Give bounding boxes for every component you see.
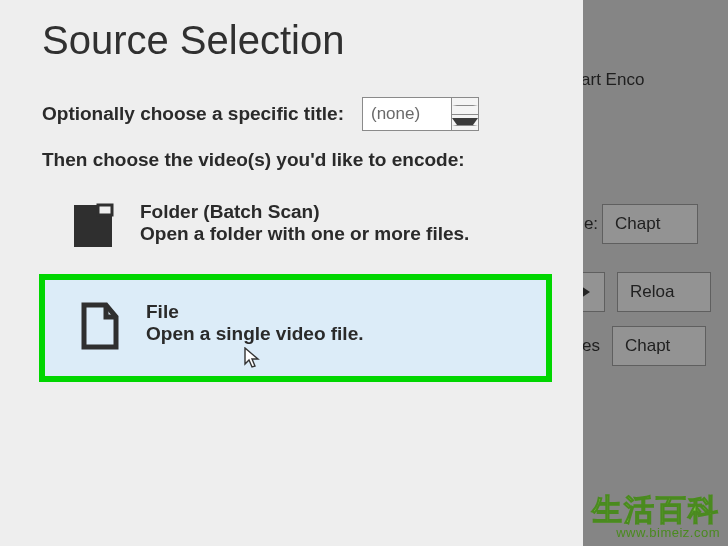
title-select-label: Optionally choose a specific title: [42,103,344,125]
folder-icon [68,201,118,251]
option-folder-desc: Open a folder with one or more files. [140,223,469,245]
spinner-down-button[interactable] [452,115,478,131]
cursor-icon [244,347,262,369]
svg-rect-0 [98,205,112,215]
chevron-down-icon [452,118,478,126]
option-file-title: File [146,301,364,323]
title-select-row: Optionally choose a specific title: (non… [42,97,549,131]
watermark-cn: 生活百科 [592,495,720,525]
option-file[interactable]: File Open a single video file. [42,277,549,379]
option-folder-title: Folder (Batch Scan) [140,201,469,223]
file-icon [74,301,124,351]
option-folder[interactable]: Folder (Batch Scan) Open a folder with o… [42,191,549,261]
watermark: 生活百科 www.bimeiz.com [592,495,720,540]
background-app: Start Enco nge: Chapt Reloa titles Chapt [582,0,728,546]
title-spinner[interactable]: (none) [362,97,479,131]
chapters-dropdown-2[interactable]: Chapt [612,326,706,366]
title-spinner-value: (none) [362,97,452,131]
watermark-url: www.bimeiz.com [592,525,720,540]
choose-video-label: Then choose the video(s) you'd like to e… [42,149,549,171]
chapters-dropdown-1[interactable]: Chapt [602,204,698,244]
panel-title: Source Selection [42,18,549,63]
option-file-desc: Open a single video file. [146,323,364,345]
option-folder-labels: Folder (Batch Scan) Open a folder with o… [140,201,469,245]
spinner-up-button[interactable] [452,98,478,115]
reload-button[interactable]: Reloa [617,272,711,312]
chevron-up-icon [452,105,478,106]
source-selection-panel: Source Selection Optionally choose a spe… [0,0,583,546]
option-file-labels: File Open a single video file. [146,301,364,345]
title-spinner-arrows[interactable] [452,97,479,131]
